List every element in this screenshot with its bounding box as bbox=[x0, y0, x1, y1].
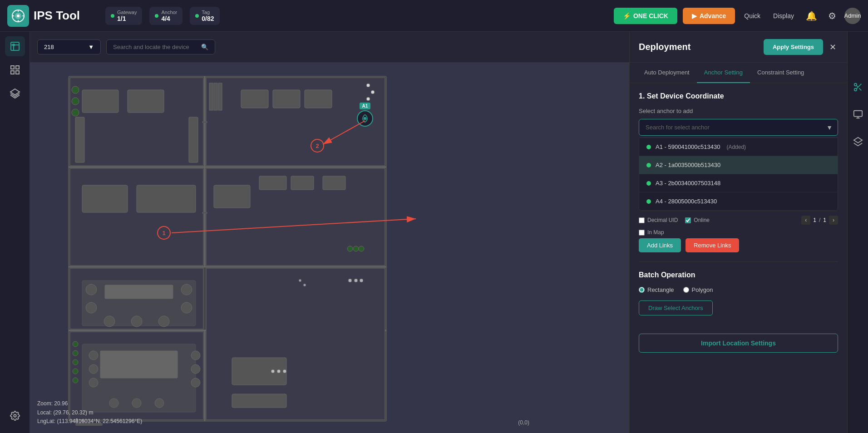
import-location-settings-button[interactable]: Import Location Settings bbox=[639, 334, 838, 353]
floor-select[interactable]: 218 ▼ bbox=[37, 39, 101, 54]
svg-point-71 bbox=[191, 378, 200, 387]
online-checkbox[interactable]: Online bbox=[685, 217, 710, 223]
right-edge-config-icon[interactable] bbox=[848, 104, 868, 124]
decimal-uid-checkbox[interactable]: Decimal UID bbox=[639, 217, 678, 223]
anchor-search-box: ▼ bbox=[639, 119, 838, 136]
page-separator: / bbox=[819, 217, 820, 223]
decimal-uid-label: Decimal UID bbox=[647, 217, 678, 223]
in-map-input[interactable] bbox=[639, 230, 645, 236]
svg-rect-25 bbox=[70, 168, 203, 266]
gateway-value: 1/1 bbox=[117, 15, 137, 22]
avatar[interactable]: Admin bbox=[844, 8, 861, 24]
in-map-checkbox[interactable]: In Map bbox=[639, 229, 838, 236]
remove-links-button[interactable]: Remove Links bbox=[686, 238, 739, 252]
sidebar-item-map[interactable] bbox=[5, 36, 25, 56]
right-panel: Deployment Apply Settings ✕ Auto Deploym… bbox=[629, 32, 847, 433]
left-sidebar bbox=[0, 32, 30, 433]
svg-point-81 bbox=[73, 378, 78, 383]
oneclick-label: ONE CLICK bbox=[633, 12, 668, 20]
zoom-label: Zoom: bbox=[37, 400, 53, 407]
svg-point-2 bbox=[17, 15, 20, 17]
quick-button[interactable]: Quick bbox=[740, 10, 764, 22]
rectangle-radio-input[interactable] bbox=[639, 287, 645, 293]
admin-label: Admin bbox=[844, 12, 861, 19]
panel-header: Deployment Apply Settings ✕ bbox=[630, 32, 847, 63]
svg-rect-101 bbox=[853, 111, 862, 117]
anchor-value: 4/4 bbox=[161, 15, 177, 22]
advance-button[interactable]: ▶ Advance bbox=[683, 8, 735, 24]
decimal-uid-input[interactable] bbox=[639, 217, 645, 223]
online-input[interactable] bbox=[685, 217, 691, 223]
svg-point-62 bbox=[181, 284, 192, 295]
floorplan-svg bbox=[30, 63, 629, 433]
anchor-item-a3[interactable]: A3 - 2b00340007503148 bbox=[639, 174, 838, 192]
svg-point-67 bbox=[89, 364, 98, 374]
svg-point-69 bbox=[191, 351, 200, 360]
svg-rect-30 bbox=[82, 90, 118, 113]
sidebar-item-chart[interactable] bbox=[5, 60, 25, 80]
svg-rect-56 bbox=[105, 285, 173, 299]
settings-icon[interactable]: ⚙ bbox=[825, 8, 839, 24]
right-edge-layers-icon[interactable] bbox=[848, 132, 868, 152]
prev-page-button[interactable]: ‹ bbox=[801, 216, 810, 225]
anchor-a4-dot bbox=[646, 199, 651, 204]
section1-title: 1. Set Device Coordinate bbox=[639, 92, 838, 100]
anchor-item-a2[interactable]: A2 - 1a0035000b513430 bbox=[639, 156, 838, 174]
anchor-label: Anchor bbox=[161, 10, 177, 15]
svg-point-78 bbox=[73, 350, 78, 356]
add-links-button[interactable]: Add Links bbox=[639, 238, 681, 252]
draw-select-anchors-button[interactable]: Draw Select Anchors bbox=[639, 300, 713, 315]
svg-point-52 bbox=[347, 246, 353, 251]
svg-line-100 bbox=[856, 85, 858, 87]
anchor-a1-marker: A1 bbox=[357, 103, 373, 127]
rectangle-radio[interactable]: Rectangle bbox=[639, 286, 674, 293]
tag-dot bbox=[195, 14, 199, 18]
right-edge-scissors-icon[interactable] bbox=[848, 77, 868, 97]
map-search-input[interactable] bbox=[113, 44, 197, 50]
anchor-item-a1[interactable]: A1 - 590041000c513430 (Added) bbox=[639, 138, 838, 156]
svg-point-58 bbox=[86, 302, 97, 313]
svg-rect-83 bbox=[202, 212, 207, 213]
circle-1: 1 bbox=[157, 226, 171, 240]
tag-value: 0/82 bbox=[202, 15, 214, 22]
gateway-dot bbox=[111, 14, 114, 18]
anchor-item-a4[interactable]: A4 - 28005000c513430 bbox=[639, 192, 838, 211]
svg-point-80 bbox=[73, 369, 78, 374]
tab-auto-deployment[interactable]: Auto Deployment bbox=[637, 63, 697, 83]
panel-divider bbox=[639, 261, 838, 262]
svg-rect-49 bbox=[259, 176, 286, 190]
select-anchor-label: Select anchor to add bbox=[639, 108, 838, 114]
sidebar-settings-icon[interactable] bbox=[5, 406, 25, 426]
next-page-button[interactable]: › bbox=[829, 216, 838, 225]
svg-point-91 bbox=[303, 284, 306, 286]
page-nav: ‹ 1 / 1 › bbox=[801, 216, 838, 225]
map-container[interactable]: 218 ▼ 🔍 bbox=[30, 32, 629, 433]
svg-rect-47 bbox=[137, 185, 196, 212]
sidebar-item-layers[interactable] bbox=[5, 84, 25, 103]
floor-value: 218 bbox=[44, 44, 54, 50]
anchor-search-input[interactable] bbox=[639, 119, 838, 136]
main-layout: 218 ▼ 🔍 bbox=[0, 32, 868, 433]
anchor-a1-icon bbox=[357, 110, 373, 127]
svg-point-53 bbox=[353, 246, 359, 251]
local-value: (29.76, 20.32) m bbox=[53, 409, 93, 416]
tab-constraint-setting[interactable]: Constraint Setting bbox=[750, 63, 811, 83]
anchor-a4-name: A4 - 28005000c513430 bbox=[656, 198, 717, 205]
svg-point-43 bbox=[366, 84, 370, 87]
svg-point-57 bbox=[86, 284, 97, 295]
floor-caret: ▼ bbox=[88, 44, 94, 50]
oneclick-button[interactable]: ⚡ ONE CLICK bbox=[614, 8, 677, 24]
tab-anchor-setting[interactable]: Anchor Setting bbox=[697, 63, 750, 83]
svg-rect-40 bbox=[209, 83, 213, 110]
close-panel-button[interactable]: ✕ bbox=[828, 40, 838, 54]
svg-rect-31 bbox=[128, 90, 164, 113]
notification-icon[interactable]: 🔔 bbox=[803, 8, 820, 24]
map-search-box[interactable]: 🔍 bbox=[106, 39, 215, 54]
in-map-label: In Map bbox=[647, 229, 664, 236]
anchor-badge: Anchor 4/4 bbox=[149, 7, 182, 25]
apply-settings-button[interactable]: Apply Settings bbox=[764, 39, 823, 55]
display-button[interactable]: Display bbox=[769, 10, 798, 22]
svg-line-99 bbox=[859, 88, 861, 90]
polygon-radio[interactable]: Polygon bbox=[683, 286, 713, 293]
polygon-radio-input[interactable] bbox=[683, 287, 689, 293]
